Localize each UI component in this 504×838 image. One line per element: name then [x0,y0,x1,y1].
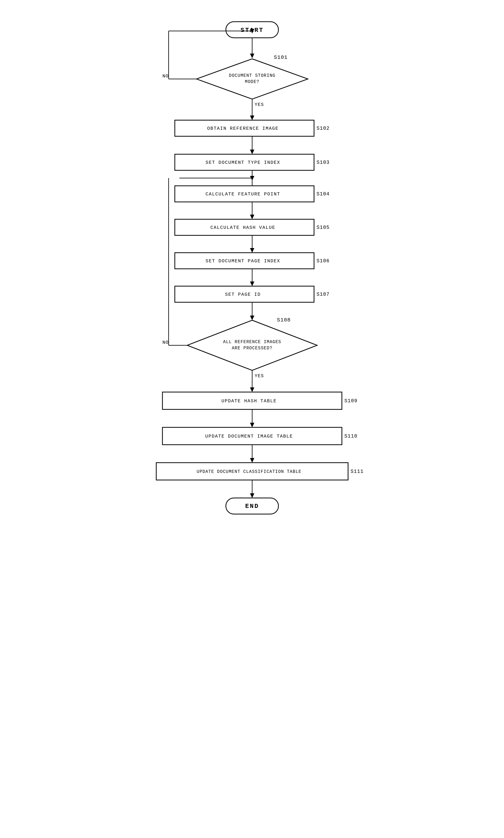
svg-marker-25 [250,281,254,286]
s109-label: S109 [344,398,357,404]
s101-text-line2: MODE? [245,79,259,84]
end-label: END [245,502,259,510]
svg-marker-2 [250,54,254,58]
s107-text: SET PAGE ID [225,292,261,297]
s108-label: S108 [277,317,291,323]
s105-label: S105 [317,225,329,230]
svg-marker-39 [250,458,254,463]
s111-label: S111 [350,469,363,475]
s102-text: OBTAIN REFERENCE IMAGE [207,126,278,131]
s104-label: S104 [317,191,329,197]
svg-marker-22 [250,248,254,253]
s110-label: S110 [344,433,357,439]
svg-marker-3 [196,59,308,99]
s107-label: S107 [317,292,329,297]
s108-text-line2: ARE PROCESSED? [232,346,273,350]
flowchart-svg: START S101 DOCUMENT STORING MODE? YES NO… [144,12,360,818]
svg-marker-19 [250,215,254,219]
s110-text: UPDATE DOCUMENT IMAGE TABLE [205,434,293,439]
svg-marker-12 [250,150,254,154]
s111-text: UPDATE DOCUMENT CLASSIFICATION TABLE [196,469,301,474]
s103-label: S103 [317,160,329,165]
s108-no-label: NO [162,340,168,345]
s108-text-line1: ALL REFERENCE IMAGES [223,339,281,344]
s109-text: UPDATE HASH TABLE [221,398,276,404]
s106-text: SET DOCUMENT PAGE INDEX [205,259,280,264]
svg-marker-42 [250,493,254,498]
s102-label: S102 [317,126,329,131]
s108-yes-label: YES [255,374,264,379]
svg-marker-28 [250,315,254,320]
svg-marker-29 [187,320,317,370]
svg-marker-5 [250,116,254,120]
svg-marker-36 [250,423,254,427]
s101-text-line1: DOCUMENT STORING [229,73,275,78]
s104-text: CALCULATE FEATURE POINT [205,192,280,197]
s101-yes-label: YES [255,102,264,107]
s105-text: CALCULATE HASH VALUE [210,225,275,230]
s101-no-label: NO [162,74,168,79]
s101-label: S101 [274,54,288,61]
svg-marker-31 [250,388,254,392]
s106-label: S106 [317,258,329,264]
flowchart: START S101 DOCUMENT STORING MODE? YES NO… [144,12,360,818]
s103-text: SET DOCUMENT TYPE INDEX [205,160,280,165]
